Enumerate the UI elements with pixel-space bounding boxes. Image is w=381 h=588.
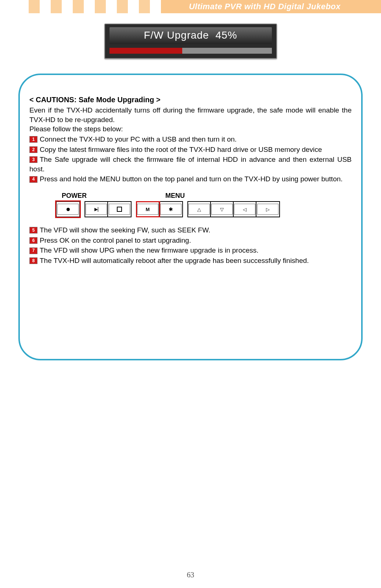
page-number: 63 — [0, 571, 381, 579]
step-number-icon: 5 — [29, 227, 37, 234]
step-text: Press and hold the MENU button on the to… — [40, 175, 343, 183]
setup-button: ✱ — [159, 202, 182, 217]
step-text: The VFD will show the seeking FW, such a… — [40, 226, 211, 234]
step-line: 5The VFD will show the seeking FW, such … — [29, 225, 352, 235]
header-title: Ultimate PVR with HD Digital Jukebox — [189, 2, 341, 11]
stop-icon — [117, 207, 122, 212]
menu-setup-button-group: M ✱ — [136, 201, 183, 217]
dpad-right: ▷ — [256, 202, 279, 217]
step-number-icon: 3 — [29, 156, 37, 163]
triangle-right-icon: ▷ — [266, 207, 270, 212]
stripe — [95, 0, 106, 13]
menu-button: M — [137, 202, 159, 217]
step-line: 8The TVX-HD will automatically reboot af… — [29, 256, 352, 266]
stripe — [29, 0, 40, 13]
step-number-icon: 2 — [29, 146, 37, 153]
step-text: The Safe upgrade will check the firmware… — [29, 156, 352, 173]
menu-icon: M — [146, 207, 150, 212]
step-number-icon: 1 — [29, 136, 37, 143]
power-label: POWER — [62, 192, 87, 200]
step-line: 1Connect the TVX-HD to your PC with a US… — [29, 135, 352, 144]
firmware-progress-widget: F/W Upgrade 45% — [104, 24, 277, 59]
triangle-down-icon: ▽ — [220, 207, 224, 212]
header-title-bar: Ultimate PVR with HD Digital Jukebox — [161, 0, 381, 13]
step-line: 6Press OK on the control panel to start … — [29, 236, 352, 245]
dpad-down: ▽ — [211, 202, 234, 217]
step-number-icon: 6 — [29, 237, 37, 244]
caution-heading: < CAUTIONS: Safe Mode Upgrading > — [29, 96, 352, 104]
firmware-progress-bar — [109, 48, 272, 54]
menu-label: MENU — [165, 192, 185, 200]
step-number-icon: 4 — [29, 176, 37, 183]
stripe — [73, 0, 84, 13]
playpause-button: ▶ǀ — [85, 202, 108, 217]
step-number-icon: 7 — [29, 247, 37, 254]
caution-intro-1: Even if the TVX-HD accidentally turns of… — [29, 106, 352, 124]
step-line: 3The Safe upgrade will check the firmwar… — [29, 155, 352, 174]
caution-intro-2: Please follow the steps below: — [29, 124, 352, 134]
power-icon — [67, 208, 70, 211]
step-number-icon: 8 — [29, 257, 37, 264]
manual-page: Ultimate PVR with HD Digital Jukebox F/W… — [0, 0, 381, 588]
power-button-group — [56, 201, 80, 217]
stop-button — [108, 202, 131, 217]
transport-button-group: ▶ǀ — [85, 201, 132, 217]
gear-icon: ✱ — [169, 206, 173, 212]
panel-labels-row: POWER MENU — [56, 192, 352, 200]
triangle-left-icon: ◁ — [243, 207, 247, 212]
header-band: Ultimate PVR with HD Digital Jukebox — [0, 0, 381, 13]
step-line: 7The VFD will show UPG when the new firm… — [29, 246, 352, 255]
step-text: The TVX-HD will automatically reboot aft… — [40, 257, 309, 264]
step-text: Copy the latest firmware files into the … — [40, 146, 322, 153]
top-panel-diagram: POWER MENU ▶ǀ M ✱ △ ▽ ◁ — [56, 192, 352, 217]
firmware-progress-fill — [109, 48, 183, 54]
step-line: 2Copy the latest firmware files into the… — [29, 145, 352, 154]
power-button — [57, 202, 79, 217]
step-text: Press OK on the control panel to start u… — [40, 236, 191, 244]
caution-box: < CAUTIONS: Safe Mode Upgrading > Even i… — [18, 74, 363, 360]
firmware-progress-label: F/W Upgrade 45% — [109, 27, 272, 44]
step-line: 4Press and hold the MENU button on the t… — [29, 174, 352, 184]
dpad-button-group: △ ▽ ◁ ▷ — [187, 201, 280, 217]
dpad-left: ◁ — [234, 202, 256, 217]
dpad-up: △ — [188, 202, 211, 217]
stripe — [117, 0, 128, 13]
stripe — [139, 0, 150, 13]
header-stripes — [29, 0, 150, 13]
stripe — [51, 0, 62, 13]
panel-buttons-row: ▶ǀ M ✱ △ ▽ ◁ ▷ — [56, 201, 352, 217]
step-text: Connect the TVX-HD to your PC with a USB… — [40, 135, 237, 143]
step-text: The VFD will show UPG when the new firmw… — [40, 246, 259, 254]
playpause-icon: ▶ǀ — [94, 207, 98, 212]
triangle-up-icon: △ — [197, 207, 201, 212]
